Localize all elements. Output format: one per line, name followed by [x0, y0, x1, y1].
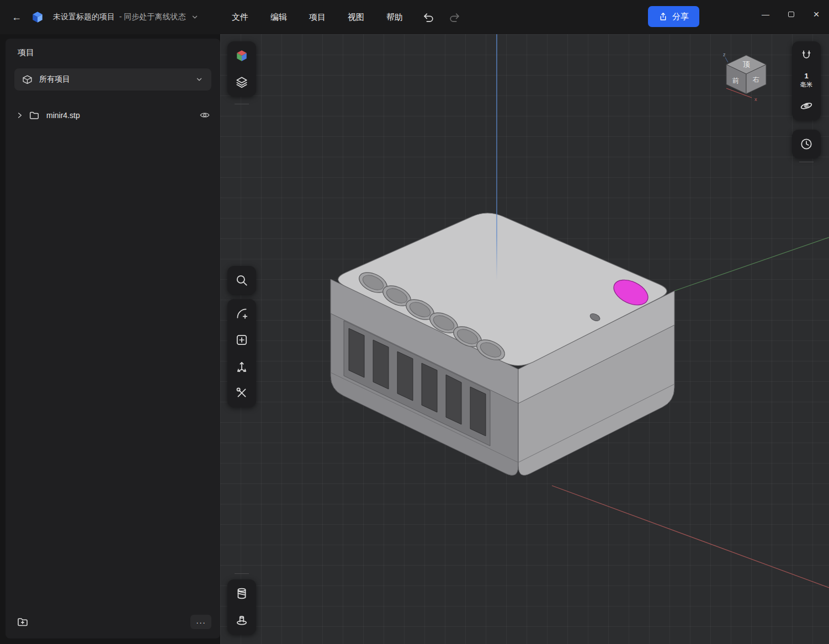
- redo-button[interactable]: [446, 9, 463, 26]
- minimize-icon: —: [762, 10, 769, 19]
- plus-square-icon: [235, 333, 248, 347]
- snap-setting[interactable]: 1 毫米: [794, 70, 819, 92]
- viewcube-top-label: 顶: [743, 60, 751, 68]
- bolt-stud-icon: [235, 614, 248, 627]
- close-button[interactable]: ×: [804, 0, 829, 29]
- add-body-button[interactable]: [229, 327, 254, 353]
- toolbar-divider: [799, 162, 814, 162]
- toolbar-divider: [235, 104, 249, 104]
- move-arrows-icon: [235, 360, 248, 373]
- chevron-down-icon: [195, 75, 204, 84]
- back-button[interactable]: ←: [9, 9, 24, 25]
- terminal-slot: [446, 375, 461, 424]
- menu-view[interactable]: 视图: [348, 12, 364, 23]
- project-title: 未设置标题的项目: [53, 12, 115, 22]
- sidebar-footer: ···: [6, 611, 220, 633]
- tools-button[interactable]: [229, 380, 254, 406]
- chevron-down-icon: [190, 13, 199, 22]
- sketch-arc-button[interactable]: [229, 301, 254, 326]
- add-folder-icon: [17, 616, 29, 628]
- chevron-right-icon[interactable]: [15, 111, 24, 120]
- axis-y-green: [674, 237, 829, 291]
- file-name-label: minir4.stp: [46, 111, 195, 120]
- viewcube-x-label: x: [754, 97, 757, 102]
- undo-button[interactable]: [421, 9, 437, 26]
- terminal-slot: [373, 340, 389, 389]
- viewport-3d[interactable]: 1 毫米 z 顶 前 右 x: [220, 34, 829, 644]
- arc-plus-icon: [235, 307, 248, 320]
- model-3d[interactable]: [331, 213, 674, 475]
- terminal-slot: [349, 328, 364, 377]
- sidebar-title: 项目: [18, 47, 34, 58]
- tree-item-minir4[interactable]: minir4.stp: [6, 104, 220, 127]
- maximize-button[interactable]: [778, 0, 804, 29]
- visibility-eye-icon[interactable]: [199, 110, 210, 121]
- snap-unit: 毫米: [794, 81, 819, 89]
- top-bar: ← 未设置标题的项目 - 同步处于离线状态 文件 编辑 项目 视图 帮助: [0, 0, 829, 34]
- terminal-slot: [422, 363, 437, 412]
- view-cube[interactable]: z 顶 前 右 x: [720, 50, 773, 105]
- clock-history-icon: [800, 137, 813, 151]
- menu-help[interactable]: 帮助: [386, 12, 403, 23]
- viewcube-front-label: 前: [732, 77, 739, 84]
- projects-filter-dropdown[interactable]: 所有项目: [14, 68, 211, 91]
- scene-canvas[interactable]: [220, 34, 829, 644]
- fastener-tool-button[interactable]: [229, 608, 254, 633]
- history-button[interactable]: [794, 131, 819, 157]
- share-button[interactable]: 分享: [648, 6, 699, 27]
- sidebar: 项目 所有项目 minir4.stp: [6, 39, 220, 638]
- back-arrow-icon: ←: [12, 12, 22, 23]
- menu-file[interactable]: 文件: [232, 12, 248, 23]
- layers-icon: [235, 76, 248, 89]
- colored-cube-icon: [235, 49, 248, 62]
- share-icon: [658, 12, 668, 22]
- app-logo-icon[interactable]: [31, 10, 44, 24]
- more-icon: ···: [196, 618, 206, 627]
- left-toolbar: [227, 299, 256, 407]
- terminal-slot: [397, 352, 413, 401]
- layers-view-button[interactable]: [229, 70, 254, 95]
- display-toolbar: [227, 41, 256, 97]
- snap-toolbar: 1 毫米: [792, 41, 821, 120]
- window-controls: — ×: [753, 0, 829, 29]
- folder-icon: [29, 110, 40, 121]
- thread-tool-button[interactable]: [229, 581, 254, 606]
- maximize-icon: [788, 12, 794, 17]
- orbit-mode-button[interactable]: [794, 93, 819, 119]
- move-tool-button[interactable]: [229, 354, 254, 379]
- search-icon: [235, 274, 248, 287]
- search-panel: [227, 266, 256, 295]
- more-options-button[interactable]: ···: [190, 615, 211, 629]
- undo-icon: [423, 12, 435, 24]
- toolbar-divider: [235, 573, 249, 574]
- main-menu: 文件 编辑 项目 视图 帮助: [232, 0, 403, 34]
- minimize-button[interactable]: —: [753, 0, 778, 29]
- viewcube-right-label: 右: [752, 76, 759, 83]
- menu-project[interactable]: 项目: [309, 12, 326, 23]
- orbit-cube-icon: [800, 99, 813, 113]
- sync-status: - 同步处于离线状态: [119, 12, 186, 22]
- terminal-slot: [470, 387, 486, 436]
- share-label: 分享: [672, 12, 689, 22]
- magnet-icon: [800, 49, 813, 62]
- history-panel: [792, 130, 821, 158]
- menu-edit[interactable]: 编辑: [270, 12, 287, 23]
- viewcube-z-label: z: [723, 52, 726, 57]
- axis-x-red: [552, 486, 829, 588]
- close-icon: ×: [813, 8, 819, 20]
- bodies-view-button[interactable]: [229, 43, 254, 68]
- project-title-menu[interactable]: 未设置标题的项目 - 同步处于离线状态: [53, 0, 199, 34]
- redo-icon: [448, 12, 460, 24]
- projects-filter-icon: [22, 74, 33, 85]
- projects-filter-label: 所有项目: [39, 74, 188, 84]
- bottom-toolbar: [227, 579, 256, 635]
- snap-toggle-button[interactable]: [794, 43, 819, 68]
- add-folder-button[interactable]: [14, 614, 31, 630]
- search-button[interactable]: [229, 268, 254, 293]
- spring-thread-icon: [235, 587, 248, 600]
- snap-value: 1: [794, 72, 819, 80]
- tools-icon: [235, 386, 248, 400]
